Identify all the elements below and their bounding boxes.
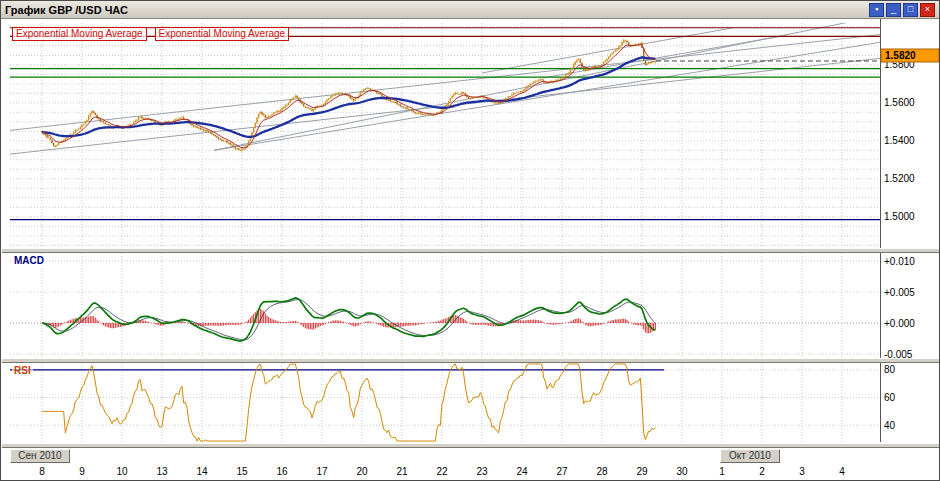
x-tick-label: 16	[276, 466, 288, 477]
rsi-line	[42, 364, 655, 441]
macd-signal-line	[42, 300, 655, 340]
x-tick-label: 8	[39, 466, 45, 477]
x-tick-label: 29	[636, 466, 648, 477]
macd-indicator-label[interactable]: MACD	[12, 255, 46, 266]
rsi-scale-label: 40	[884, 420, 896, 431]
chart-window: График GBP /USD ЧАС ▪_□× 1.58001.56001.5…	[0, 0, 940, 481]
macd-scale-label: +0.005	[884, 287, 915, 298]
macd-scale-label: +0.000	[884, 318, 915, 329]
x-tick-label: 1	[719, 466, 725, 477]
rsi-scale-label: 60	[884, 392, 896, 403]
month-label-sep: Сен 2010	[10, 449, 70, 463]
x-tick-label: 30	[676, 466, 688, 477]
rsi-scale-label: 80	[884, 364, 896, 375]
x-tick-label: 13	[156, 466, 168, 477]
x-tick-label: 28	[596, 466, 608, 477]
price-scale-label: 1.5600	[884, 97, 915, 108]
price-scale-label: 1.5400	[884, 135, 915, 146]
x-tick-label: 23	[476, 466, 488, 477]
close-button[interactable]: ×	[920, 3, 935, 17]
x-tick-label: 4	[839, 466, 845, 477]
x-tick-label: 20	[356, 466, 368, 477]
x-tick-label: 17	[316, 466, 328, 477]
panel-separator[interactable]	[2, 248, 940, 253]
time-axis-strip: Сен 2010 Окт 2010	[2, 448, 940, 464]
titlebar[interactable]: График GBP /USD ЧАС ▪_□×	[1, 1, 939, 19]
macd-scale-label: +0.010	[884, 256, 915, 267]
x-tick-label: 9	[79, 466, 85, 477]
x-tick-label: 14	[196, 466, 208, 477]
indicator-legend: Exponential Moving Average Exponential M…	[12, 27, 289, 41]
current-price-value: 1.5820	[885, 50, 916, 61]
window-title: График GBP /USD ЧАС	[5, 4, 128, 16]
price-scale-label: 1.5000	[884, 211, 915, 222]
x-tick-label: 24	[516, 466, 528, 477]
x-tick-label: 22	[436, 466, 448, 477]
x-tick-label: 15	[236, 466, 248, 477]
x-tick-label: 2	[759, 466, 765, 477]
month-label-oct: Окт 2010	[720, 449, 780, 463]
candles-up	[57, 40, 655, 150]
trendline[interactable]	[542, 35, 786, 78]
maximize-button[interactable]: □	[903, 3, 918, 17]
rsi-indicator-label[interactable]: RSI	[12, 365, 33, 376]
minimize-button[interactable]: _	[886, 3, 901, 17]
chart-canvas: 1.58001.56001.54001.52001.5000+0.010+0.0…	[2, 19, 940, 481]
ema-indicator-label-1[interactable]: Exponential Moving Average	[12, 27, 147, 41]
x-tick-label: 3	[799, 466, 805, 477]
trendline[interactable]	[10, 34, 882, 130]
macd-line	[42, 298, 655, 341]
panel-separator[interactable]	[2, 358, 940, 363]
window-buttons: ▪_□×	[869, 3, 935, 17]
trendline[interactable]	[214, 19, 882, 150]
price-scale-label: 1.5200	[884, 173, 915, 184]
ema-indicator-label-2[interactable]: Exponential Moving Average	[155, 27, 290, 41]
pin-button[interactable]: ▪	[869, 3, 884, 17]
x-tick-label: 21	[396, 466, 408, 477]
x-tick-label: 27	[556, 466, 568, 477]
trendline[interactable]	[214, 42, 882, 150]
x-tick-label: 10	[116, 466, 128, 477]
trendline[interactable]	[10, 58, 882, 154]
